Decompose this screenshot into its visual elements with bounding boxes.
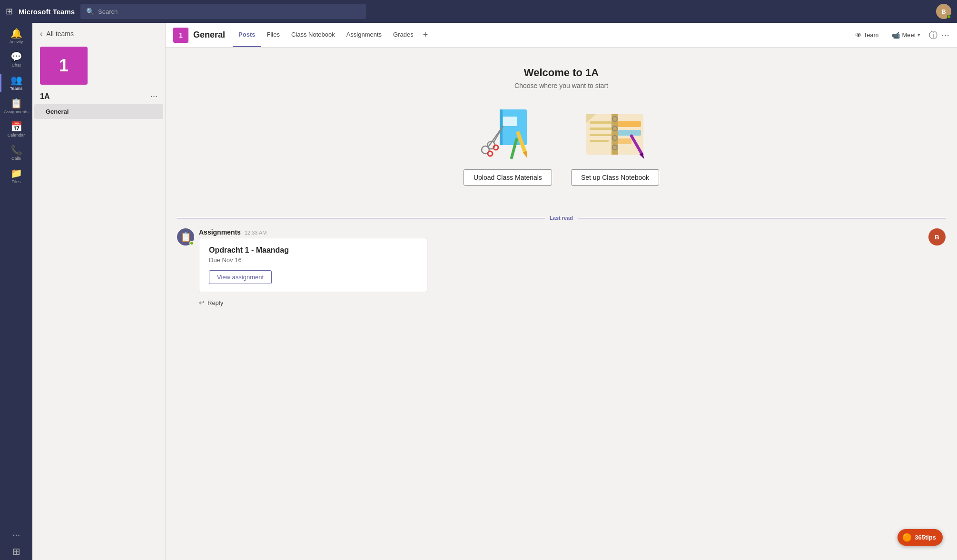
last-read-label: Last read: [545, 215, 578, 221]
team-panel: ‹ All teams 1 1A ··· General: [32, 23, 166, 560]
setup-notebook-button[interactable]: Set up Class Notebook: [571, 169, 659, 186]
online-indicator: [947, 15, 951, 19]
welcome-title: Welcome to 1A: [524, 67, 599, 79]
channel-general[interactable]: General: [34, 104, 163, 119]
chevron-down-icon: ▾: [918, 32, 920, 38]
message-timestamp: 12:33 AM: [245, 230, 266, 236]
sidebar-item-chat[interactable]: 💬 Chat: [0, 48, 32, 71]
team-name-row: 1A ···: [32, 88, 165, 104]
tab-classnotebook[interactable]: Class Notebook: [286, 23, 341, 47]
welcome-section: Welcome to 1A Choose where you want to s…: [166, 48, 957, 211]
team-logo: 1: [40, 47, 88, 85]
sidebar-item-calls[interactable]: 📞 Calls: [0, 141, 32, 165]
team-more-button[interactable]: ···: [150, 91, 158, 101]
team-button[interactable]: 👁 Team: [850, 29, 884, 41]
teams-icon: 👥: [10, 75, 22, 85]
message-header: Assignments 12:33 AM: [199, 228, 924, 236]
more-options-button[interactable]: ···: [941, 29, 949, 40]
grid-icon[interactable]: ⊞: [6, 6, 13, 17]
svg-rect-18: [617, 130, 641, 136]
svg-rect-17: [617, 121, 641, 127]
welcome-card-materials: Upload Class Materials: [464, 105, 552, 186]
svg-rect-19: [617, 138, 631, 144]
calls-icon: 📞: [10, 145, 22, 155]
message-content: Assignments 12:33 AM Opdracht 1 - Maanda…: [199, 228, 924, 308]
materials-illustration: [477, 105, 539, 162]
svg-rect-0: [501, 109, 527, 145]
channel-tabs: Posts Files Class Notebook Assignments G…: [233, 23, 432, 47]
meet-button[interactable]: 📹 Meet ▾: [887, 29, 925, 41]
team-view-icon: 👁: [855, 31, 862, 39]
sidebar-item-calendar[interactable]: 📅 Calendar: [0, 118, 32, 141]
right-avatar: B: [928, 228, 946, 246]
notebook-illustration: [584, 105, 646, 162]
tab-grades[interactable]: Grades: [387, 23, 419, 47]
calendar-icon: 📅: [10, 122, 22, 131]
content-area: 1 General Posts Files Class Notebook Ass…: [166, 23, 957, 560]
topbar: ⊞ Microsoft Teams 🔍 B: [0, 0, 957, 23]
assignments-icon: 📋: [10, 98, 22, 108]
channel-header: 1 General Posts Files Class Notebook Ass…: [166, 23, 957, 48]
team-name: 1A: [40, 92, 49, 101]
svg-point-10: [488, 151, 493, 156]
app-name: Microsoft Teams: [19, 8, 75, 16]
sidebar-item-more[interactable]: ···: [0, 526, 32, 543]
tab-assignments[interactable]: Assignments: [341, 23, 387, 47]
welcome-subtitle: Choose where you want to start: [514, 82, 608, 89]
svg-marker-4: [523, 151, 529, 159]
chat-icon: 💬: [10, 52, 22, 61]
content-body: Welcome to 1A Choose where you want to s…: [166, 48, 957, 560]
welcome-card-notebook: Set up Class Notebook: [571, 105, 659, 186]
search-input[interactable]: [98, 8, 360, 15]
channel-header-actions: 👁 Team 📹 Meet ▾ ⓘ ···: [850, 29, 949, 41]
tips-badge[interactable]: 🟠 365tips: [898, 529, 943, 546]
search-icon: 🔍: [86, 8, 94, 15]
message-sender-name: Assignments: [199, 228, 241, 236]
reply-button[interactable]: Reply: [207, 299, 223, 306]
upload-materials-button[interactable]: Upload Class Materials: [464, 169, 552, 186]
message-row: 📋 Assignments 12:33 AM Opdracht 1 - Maan…: [177, 228, 946, 308]
avatar[interactable]: B: [936, 4, 951, 19]
activity-icon: 🔔: [10, 29, 22, 38]
channel-title: General: [193, 30, 225, 40]
assignment-due: Due Nov 16: [209, 256, 417, 264]
office-icon: 🟠: [902, 533, 912, 542]
assignment-title: Opdracht 1 - Maandag: [209, 246, 417, 255]
sidebar: 🔔 Activity 💬 Chat 👥 Teams 📋 Assignments …: [0, 23, 32, 560]
add-tab-button[interactable]: +: [419, 30, 432, 40]
assignment-card: Opdracht 1 - Maandag Due Nov 16 View ass…: [199, 238, 427, 292]
more-icon: ···: [12, 530, 20, 539]
info-button[interactable]: ⓘ: [929, 29, 937, 41]
welcome-cards: Upload Class Materials: [464, 105, 659, 186]
search-bar: 🔍: [80, 4, 366, 19]
sidebar-item-activity[interactable]: 🔔 Activity: [0, 25, 32, 48]
apps-icon: ⊞: [12, 547, 20, 556]
tab-files[interactable]: Files: [261, 23, 285, 47]
sidebar-item-teams[interactable]: 👥 Teams: [0, 71, 32, 95]
tips-label: 365tips: [915, 534, 936, 541]
view-assignment-button[interactable]: View assignment: [209, 270, 272, 284]
tab-posts[interactable]: Posts: [233, 23, 261, 47]
app-logo: Microsoft Teams: [19, 8, 75, 16]
channel-logo: 1: [173, 28, 188, 43]
main-layout: 🔔 Activity 💬 Chat 👥 Teams 📋 Assignments …: [0, 23, 957, 560]
topbar-right: B: [936, 4, 951, 19]
all-teams-link[interactable]: All teams: [46, 30, 74, 38]
message-area: 📋 Assignments 12:33 AM Opdracht 1 - Maan…: [166, 225, 957, 316]
svg-rect-1: [503, 117, 517, 126]
team-panel-header: ‹ All teams: [32, 23, 165, 43]
svg-rect-16: [590, 140, 609, 142]
last-read-divider: Last read: [166, 215, 957, 221]
sidebar-item-apps[interactable]: ⊞: [0, 543, 32, 560]
sidebar-item-assignments[interactable]: 📋 Assignments: [0, 95, 32, 118]
message-sender-avatar: 📋: [177, 228, 194, 246]
sidebar-item-files[interactable]: 📁 Files: [0, 165, 32, 188]
files-icon: 📁: [10, 168, 22, 178]
reply-row: ↩ Reply: [199, 297, 924, 308]
back-arrow-icon[interactable]: ‹: [40, 29, 42, 38]
divider-line-right: [578, 218, 946, 218]
video-icon: 📹: [892, 31, 900, 39]
divider-line-left: [177, 218, 545, 218]
svg-rect-15: [590, 134, 613, 136]
svg-rect-13: [590, 121, 613, 124]
